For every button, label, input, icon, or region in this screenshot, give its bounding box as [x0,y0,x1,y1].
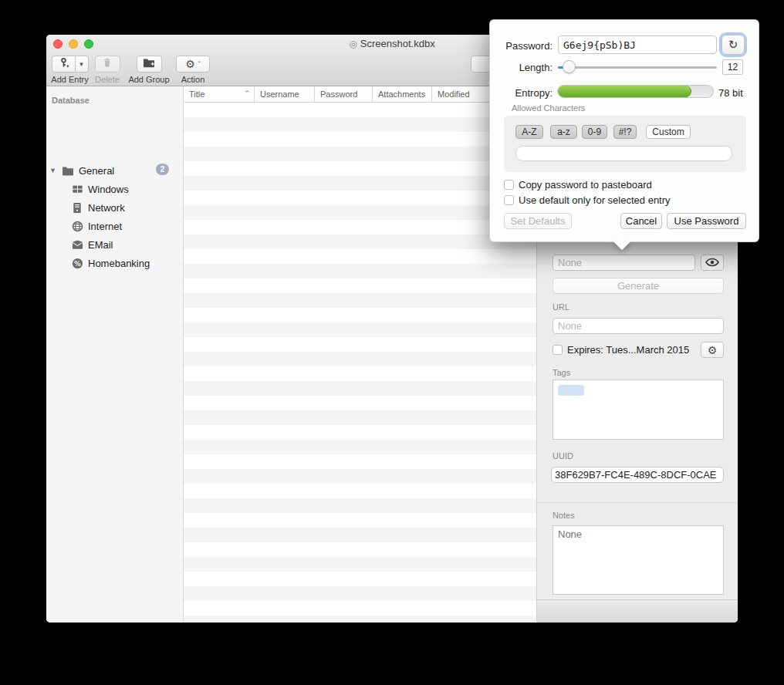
sort-ascending-icon: ⌃ [244,89,250,97]
sidebar-item-label: Internet [88,221,122,232]
url-section-label: URL [553,302,569,312]
column-header-password[interactable]: Password [315,86,373,102]
length-slider-thumb[interactable] [563,60,576,73]
add-entry-dropdown-button[interactable]: ▾ [76,56,89,73]
length-label: Length: [490,62,553,73]
table-header: Title ⌃ Username Password Attachments Mo… [184,86,536,103]
uuid-input[interactable] [551,467,724,483]
allowed-characters-label: Allowed Characters [512,103,585,113]
charset-lowercase-button[interactable]: a-z [550,125,577,139]
delete-button[interactable] [95,56,120,73]
gear-icon: ⚙ [185,58,195,70]
inspector-footer [536,599,738,623]
server-icon [71,201,83,214]
copy-to-pasteboard-row: Copy password to pasteboard [504,179,652,191]
refresh-icon: ↻ [728,38,738,52]
notes-section-label: Notes [553,511,575,520]
length-value-input[interactable] [722,59,743,75]
sidebar-item-email[interactable]: EMail [71,238,184,251]
eye-icon [705,256,719,270]
sidebar-item-internet[interactable]: Internet [71,219,184,233]
password-input[interactable] [553,255,695,271]
add-entry-label: Add Entry [48,75,92,84]
sidebar-item-label: EMail [88,239,113,251]
group-sidebar: Database ▼ General 2 Windows Network [46,86,184,623]
column-header-username[interactable]: Username [255,86,315,102]
column-header-attachments[interactable]: Attachments [373,86,432,102]
use-default-checkbox[interactable] [504,195,514,205]
sidebar-item-label: Homebanking [88,258,150,269]
folder-icon [62,164,74,177]
copy-to-pasteboard-label: Copy password to pasteboard [519,179,652,191]
generate-button[interactable]: Generate [553,278,724,294]
entry-list-empty[interactable] [184,103,536,623]
allowed-characters-box: A-Z a-z 0-9 #!? Custom [504,116,746,172]
regenerate-password-button[interactable]: ↻ [721,35,745,55]
toolbar-action: ⚙ ˆ﻿ Action [175,56,211,84]
sidebar-item-windows[interactable]: Windows [71,182,184,196]
toolbar-delete: Delete [93,56,121,84]
notes-textarea[interactable] [553,525,724,595]
disclosure-triangle-icon[interactable]: ▼ [49,167,56,174]
document-icon: ◎ [349,39,357,49]
sidebar-item-label: Network [88,202,125,214]
entropy-label: Entropy: [490,87,553,99]
url-input[interactable] [553,318,724,334]
action-button[interactable]: ⚙ ˆ [176,56,210,73]
chevron-down-icon: ˆ [198,60,201,68]
sidebar-section-database: Database [52,96,90,105]
use-default-row: Use default only for selected entry [504,194,671,206]
uuid-section-label: UUID [553,451,573,461]
set-defaults-button[interactable]: Set Defaults [504,213,572,229]
expires-settings-button[interactable]: ⚙ [701,342,724,358]
add-group-label: Add Group [126,75,172,84]
action-label: Action [175,75,211,84]
expires-checkbox[interactable] [553,345,563,355]
cancel-button[interactable]: Cancel [620,213,662,229]
svg-text:%: % [74,259,81,267]
charset-symbols-button[interactable]: #!? [613,125,637,139]
folder-plus-icon [143,57,155,71]
sidebar-item-label: Windows [88,184,129,195]
delete-label: Delete [93,75,121,84]
entry-count-badge: 2 [156,164,169,175]
copy-to-pasteboard-checkbox[interactable] [504,180,514,190]
entropy-fill [558,86,691,97]
tag-token[interactable] [558,385,584,396]
entropy-value: 78 bit [718,87,743,99]
sidebar-item-homebanking[interactable]: % Homebanking [71,256,184,270]
chevron-down-icon: ▾ [79,60,83,68]
tags-box[interactable] [553,380,724,440]
toolbar-add-group: Add Group [126,56,172,84]
charset-custom-button[interactable]: Custom [646,125,691,139]
windows-icon [71,183,83,195]
custom-characters-input[interactable] [515,146,732,161]
tags-section-label: Tags [553,368,570,377]
globe-icon [71,220,83,232]
percent-icon: % [71,257,83,269]
charset-uppercase-button[interactable]: A-Z [515,125,543,139]
sidebar-item-network[interactable]: Network [71,201,184,214]
gear-icon: ⚙ [708,344,718,356]
add-entry-button[interactable] [52,56,76,73]
envelope-icon [71,238,83,251]
charset-digits-button[interactable]: 0-9 [582,125,607,139]
expires-row: Expires: Tues...March 2015 [553,344,689,356]
generated-password-label: Password: [490,40,553,52]
toolbar-add-entry: ▾ Add Entry [48,56,92,84]
column-header-title[interactable]: Title ⌃ [184,86,255,102]
add-group-button[interactable] [137,56,162,73]
use-default-label: Use default only for selected entry [519,194,671,206]
reveal-password-button[interactable] [701,255,724,271]
length-slider[interactable] [558,66,717,69]
generated-password-input[interactable] [558,35,717,54]
entry-table: Title ⌃ Username Password Attachments Mo… [184,86,536,623]
sidebar-item-general[interactable]: ▼ General 2 [46,164,184,177]
entropy-meter [557,85,714,98]
key-plus-icon [58,57,69,72]
inspector-divider [536,502,738,503]
expires-label: Expires: Tues...March 2015 [567,344,689,356]
sidebar-item-label: General [79,165,114,177]
trash-icon [102,57,113,71]
use-password-button[interactable]: Use Password [667,213,746,229]
